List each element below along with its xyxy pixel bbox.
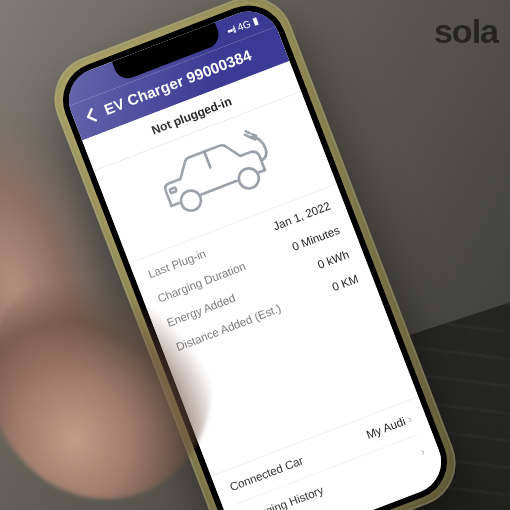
network-label: 4G — [236, 17, 252, 32]
nav-value: My Audi — [365, 414, 408, 440]
svg-point-3 — [178, 187, 204, 213]
battery-icon: ▮ — [251, 14, 261, 26]
phone-bezel: ••ıl 4G ▮ EV Charger 99000384 Not — [52, 0, 458, 510]
svg-rect-6 — [170, 187, 177, 193]
svg-line-5 — [204, 151, 210, 167]
phone-screen: ••ıl 4G ▮ EV Charger 99000384 Not — [60, 2, 451, 510]
stat-value: 0 kWh — [316, 248, 351, 271]
svg-line-2 — [259, 170, 265, 172]
stat-value: 0 KM — [331, 272, 360, 293]
back-button[interactable] — [81, 105, 100, 125]
phone-case: ••ıl 4G ▮ EV Charger 99000384 Not — [42, 0, 469, 510]
signal-icon: ••ıl — [225, 23, 236, 36]
background-brand-text: sola — [434, 12, 498, 51]
svg-line-1 — [201, 180, 236, 194]
chevron-left-icon — [81, 105, 100, 125]
svg-point-4 — [236, 165, 262, 191]
chevron-right-icon: › — [418, 445, 426, 458]
svg-line-0 — [172, 203, 179, 206]
chevron-right-icon: › — [406, 412, 414, 425]
